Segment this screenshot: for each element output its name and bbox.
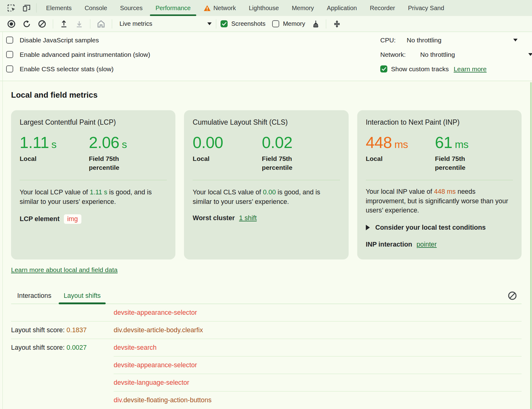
reload-record-button[interactable] <box>19 17 34 31</box>
toolbar-separator <box>216 19 216 29</box>
tab-console[interactable]: Console <box>78 0 113 16</box>
field-value-block: 0.02 Field 75th percentile <box>262 133 340 172</box>
collapse-icon[interactable] <box>329 17 345 31</box>
tab-privacy-sandbox[interactable]: Privacy Sand <box>401 0 451 16</box>
card-divider <box>366 180 513 180</box>
layout-shift-row: devsite-appearance-selector <box>11 356 522 374</box>
layout-shift-row: div.devsite-floating-action-buttons <box>11 391 522 409</box>
tab-memory[interactable]: Memory <box>285 0 320 16</box>
checkbox-checked-icon <box>221 20 228 27</box>
element-link[interactable]: devsite-search <box>114 344 157 352</box>
tab-performance[interactable]: Performance <box>149 0 197 16</box>
card-divider <box>20 180 167 180</box>
inp-interaction-label: INP interaction <box>366 241 412 248</box>
element-link[interactable]: devsite-appearance-selector <box>114 309 197 317</box>
tab-elements[interactable]: Elements <box>40 0 78 16</box>
element-link[interactable]: devsite-appearance-selector <box>114 361 197 369</box>
live-metrics-label: Live metrics <box>119 20 152 27</box>
tab-recorder[interactable]: Recorder <box>363 0 401 16</box>
tabbar-separator <box>36 3 37 13</box>
element-link[interactable]: devsite-language-selector <box>114 379 189 387</box>
element-link[interactable]: div. <box>114 396 123 404</box>
local-metric-value: 448ms <box>366 133 435 152</box>
dropdown-caret <box>528 53 532 56</box>
layout-shift-row: devsite-language-selector <box>11 374 522 391</box>
metric-description: Your local LCP value of 1.11 s is good, … <box>20 188 167 206</box>
cpu-throttling-select[interactable]: CPU: No throttling <box>380 33 532 47</box>
worst-cluster-link[interactable]: 1 shift <box>239 214 256 222</box>
shift-score: Layout shift score: 0.0027 <box>11 344 114 352</box>
tab-layout-shifts[interactable]: Layout shifts <box>60 288 104 304</box>
tab-lighthouse[interactable]: Lighthouse <box>242 0 285 16</box>
lcp-element-link[interactable]: img <box>64 214 81 224</box>
element-link[interactable]: devsite-floating-action-buttons <box>123 396 212 404</box>
disclosure-triangle-icon <box>366 225 370 230</box>
local-metric-value: 1.11s <box>20 133 89 152</box>
network-throttling-select[interactable]: Network: No throttling <box>380 47 532 62</box>
upload-profile-icon[interactable] <box>56 17 72 31</box>
checkbox-checked-icon <box>380 65 387 72</box>
download-profile-icon[interactable] <box>72 17 87 31</box>
field-metric-value: 2.06s <box>89 133 167 152</box>
live-metrics-view: Local and field metrics Largest Contentf… <box>0 81 532 409</box>
metric-card-title: Cumulative Layout Shift (CLS) <box>193 118 340 127</box>
dropdown-caret <box>513 39 518 41</box>
home-icon[interactable] <box>93 17 109 31</box>
tabbar-icons <box>4 2 33 14</box>
checkbox-unchecked-icon <box>6 65 13 72</box>
field-metric-value: 61ms <box>435 133 513 152</box>
toolbar-separator <box>53 19 53 29</box>
card-divider <box>193 180 340 180</box>
screenshots-checkbox[interactable]: Screenshots <box>221 20 265 27</box>
toolbar-separator <box>112 19 112 29</box>
inp-interaction-link[interactable]: pointer <box>417 241 437 248</box>
show-custom-tracks-checkbox[interactable]: Show custom tracks <box>380 65 449 73</box>
memory-checkbox[interactable]: Memory <box>272 20 305 27</box>
layout-shift-row: Layout shift score: 0.1837 div.devsite-a… <box>11 321 522 339</box>
record-button[interactable] <box>4 17 19 31</box>
metric-card-inp: Interaction to Next Paint (INP) 448ms Lo… <box>357 110 522 259</box>
metric-description: Your local CLS value of 0.00 is good, an… <box>193 188 340 206</box>
dropdown-caret <box>207 22 212 25</box>
local-test-conditions-disclosure[interactable]: Consider your local test conditions <box>366 224 513 232</box>
tab-interactions[interactable]: Interactions <box>14 288 55 304</box>
local-value-block: 448ms Local <box>366 133 435 172</box>
metric-card-cls: Cumulative Layout Shift (CLS) 0.00 Local… <box>184 110 348 259</box>
tab-sources[interactable]: Sources <box>114 0 149 16</box>
checkbox-unchecked-icon <box>272 20 279 27</box>
clear-button[interactable] <box>34 17 50 31</box>
device-toolbar-icon[interactable] <box>20 2 33 14</box>
field-value-block: 61ms Field 75th percentile <box>435 133 513 172</box>
metric-card-title: Interaction to Next Paint (INP) <box>366 118 513 127</box>
active-tab-indicator <box>59 302 106 304</box>
toolbar-separator <box>326 19 326 29</box>
clear-log-icon[interactable] <box>507 291 517 302</box>
tab-network[interactable]: Network <box>197 0 242 16</box>
inspect-icon[interactable] <box>4 2 18 14</box>
panel-left-border <box>2 32 3 409</box>
warning-icon <box>204 5 211 11</box>
element-link[interactable]: div.devsite-article-body.clearfix <box>114 326 203 334</box>
local-value-block: 0.00 Local <box>193 133 262 172</box>
checkbox-unchecked-icon <box>6 37 13 44</box>
performance-toolbar: Live metrics Screenshots Memory <box>0 16 532 32</box>
scrollbar-track[interactable] <box>530 82 532 409</box>
local-metric-value: 0.00 <box>193 133 262 152</box>
performance-settings-pane: Disable JavaScript samples Enable advanc… <box>0 32 532 81</box>
shift-score: Layout shift score: 0.1837 <box>11 326 114 334</box>
learn-more-local-field-link[interactable]: Learn more about local and field data <box>11 266 118 273</box>
learn-more-link[interactable]: Learn more <box>454 65 487 73</box>
tab-application[interactable]: Application <box>320 0 363 16</box>
field-metric-value: 0.02 <box>262 133 340 152</box>
local-value-block: 1.11s Local <box>20 133 89 172</box>
worst-cluster-label: Worst cluster <box>193 214 235 222</box>
page-title: Local and field metrics <box>11 90 522 100</box>
live-metrics-dropdown[interactable]: Live metrics <box>119 20 212 27</box>
metric-card-title: Largest Contentful Paint (LCP) <box>20 118 167 127</box>
lcp-element-label: LCP element <box>20 215 60 223</box>
devtools-tabbar: Elements Console Sources Performance Net… <box>0 0 532 16</box>
layout-shift-row: Layout shift score: 0.0027 devsite-searc… <box>11 339 522 356</box>
metric-card-lcp: Largest Contentful Paint (LCP) 1.11s Loc… <box>11 110 175 259</box>
toolbar-separator <box>90 19 90 29</box>
broom-icon[interactable] <box>307 17 323 31</box>
